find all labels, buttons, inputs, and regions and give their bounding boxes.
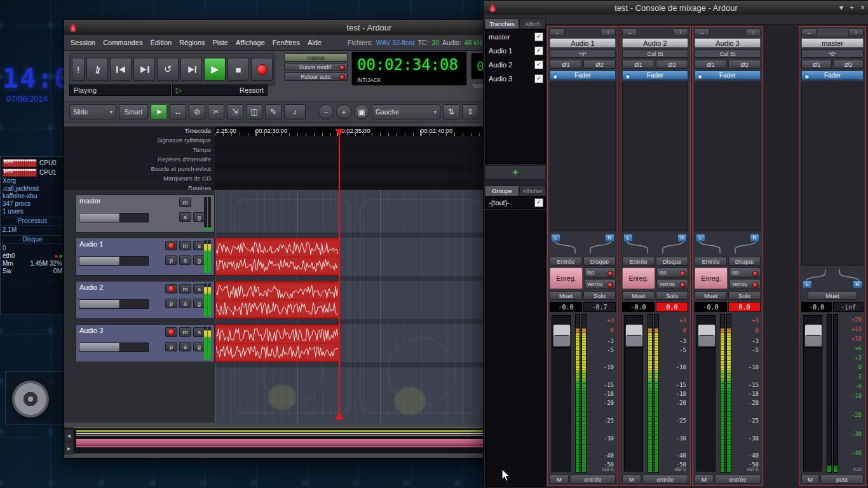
solo-isolate-button[interactable]: iso [584, 268, 616, 278]
group-checkbox[interactable]: ✓ [534, 198, 543, 207]
phase-1-button[interactable]: Ø1 [622, 60, 654, 69]
meter-point-button[interactable]: entrée [642, 475, 688, 484]
ruler-label[interactable]: Signature rythmique [64, 136, 215, 146]
gain-display[interactable]: -0.0 [695, 302, 727, 312]
tool-range-button[interactable]: ↔ [170, 104, 186, 119]
menu-item[interactable]: Session [69, 39, 97, 46]
strip-name-button[interactable]: Audio 3 [695, 38, 761, 48]
tool-cut-button[interactable]: ⊘ [189, 104, 205, 119]
follow-edits-button[interactable]: Suivre modif. [284, 63, 348, 71]
audio-region[interactable] [215, 238, 339, 276]
note-edit-button[interactable]: ♪ [284, 104, 306, 119]
goto-end-button[interactable] [133, 58, 155, 81]
mute-button[interactable]: Muet [808, 291, 857, 300]
summary-scroll-left-button[interactable]: ◂ [64, 429, 74, 442]
ruler-label[interactable]: Marqueurs de CD [64, 174, 215, 184]
fader-handle[interactable] [553, 324, 571, 347]
menu-item[interactable]: Commandes [102, 39, 144, 46]
strip-comment-button[interactable]: *6* [801, 50, 864, 58]
tab-groupe[interactable]: Groupe [485, 186, 519, 196]
play-button[interactable]: ▶ [204, 58, 226, 81]
phase-1-button[interactable]: Ø1 [801, 60, 832, 69]
peak-display[interactable]: 0.0 [656, 302, 688, 312]
shrink-tracks-button[interactable]: ⇕ [462, 104, 478, 119]
window-close-button[interactable]: × [860, 3, 865, 12]
processor-box[interactable] [695, 82, 761, 231]
solo-lock-button[interactable]: verrou [729, 279, 761, 289]
strip-width-button[interactable]: ↔ [695, 29, 710, 36]
strip-comment-button[interactable]: Caf St [622, 50, 688, 58]
strip-list-row[interactable]: master ✓ [485, 30, 545, 44]
sync-source-button[interactable]: Interne [284, 53, 348, 62]
solo-isolate-button[interactable]: iso [729, 268, 761, 278]
playhead[interactable] [339, 132, 340, 419]
snap-mode-combo[interactable]: Slide▾ [69, 104, 116, 119]
solo-isolate-button[interactable]: iso [656, 268, 688, 278]
track-header-master[interactable]: master m a g [76, 194, 215, 233]
playhead-bottom-marker[interactable] [335, 412, 344, 419]
strip-list-row[interactable]: Audio 3 ✓ [485, 72, 545, 86]
auto-return-button[interactable]: Retour auto [284, 72, 348, 81]
track-fader[interactable] [79, 256, 149, 266]
mute-button[interactable]: Muet [550, 291, 582, 300]
edit-point-combo[interactable]: Gauche▾ [372, 104, 440, 119]
visibility-checkbox[interactable]: ✓ [534, 60, 543, 69]
solo-button[interactable]: Solo [656, 291, 688, 300]
play-range-button[interactable] [180, 58, 202, 81]
play-loop-button[interactable]: ↺ [157, 58, 179, 81]
strip-name-button[interactable]: master [801, 38, 864, 48]
strip-list-row[interactable]: Audio 1 ✓ [485, 44, 545, 58]
mute-button[interactable]: m [179, 198, 191, 207]
track-header-audio-2[interactable]: Audio 2 m s p a g [76, 281, 215, 319]
mute-button[interactable]: Muet [695, 291, 727, 300]
menu-item[interactable]: Régions [178, 39, 206, 46]
strip-comment-button[interactable]: Caf St [695, 50, 761, 58]
error-log-button[interactable]: ! [72, 58, 85, 81]
ruler-label[interactable]: Repères d'intervalle [64, 155, 215, 165]
shuttle-mode-button[interactable]: Ressort [240, 86, 264, 94]
meter-point-button[interactable]: entrée [570, 475, 616, 484]
zoom-out-button[interactable]: − [318, 104, 334, 119]
ruler-label[interactable]: Timecode [64, 126, 215, 136]
track-fader[interactable] [79, 342, 149, 352]
processor-box[interactable] [622, 82, 688, 231]
strip-name-button[interactable]: Audio 2 [622, 38, 688, 48]
tab-affichage[interactable]: Affich [519, 18, 546, 29]
expand-tracks-button[interactable]: ⇅ [443, 104, 459, 119]
shuttle-control[interactable]: ▷ Ressort [172, 85, 268, 96]
processor-box[interactable] [550, 82, 616, 231]
strip-hide-button[interactable]: ↕ [848, 29, 864, 36]
track-fader[interactable] [79, 213, 149, 222]
strip-comment-button[interactable]: *4* [550, 50, 616, 58]
ruler-label[interactable]: Boucle et punch-in/out [64, 165, 215, 174]
cd-player-widget[interactable] [5, 371, 65, 424]
menu-item[interactable]: Affichage [234, 39, 266, 46]
strip-width-button[interactable]: ↔ [622, 29, 637, 36]
zoom-in-button[interactable]: + [336, 104, 351, 119]
track-name[interactable]: Audio 2 [79, 283, 103, 291]
window-maximize-button[interactable]: + [850, 3, 854, 12]
fader-handle[interactable] [625, 324, 643, 347]
metering-button[interactable]: M [801, 475, 819, 484]
menu-item[interactable]: Édition [149, 39, 173, 46]
track-header-audio-1[interactable]: Audio 1 m s p a g [76, 238, 215, 276]
gain-mode-button[interactable]: Fader [622, 71, 688, 80]
disk-button[interactable]: Disque [728, 257, 761, 266]
solo-lock-button[interactable]: verrou [656, 279, 688, 289]
ruler-label[interactable]: Tempo [64, 146, 215, 155]
record-arm-button[interactable] [165, 241, 177, 250]
disk-button[interactable]: Disque [583, 257, 616, 266]
track-name[interactable]: master [79, 197, 101, 205]
menu-item[interactable]: Aide [306, 39, 323, 46]
tool-edit-button[interactable]: ✂ [208, 104, 224, 119]
add-strip-button[interactable]: + [485, 165, 546, 179]
mute-button[interactable]: Muet [622, 291, 654, 300]
peak-display[interactable]: -inf [833, 302, 864, 312]
tab-tranches[interactable]: Tranches [485, 18, 519, 29]
processor-box[interactable] [801, 82, 864, 266]
summary-scroll-right-button[interactable]: ▸ [64, 442, 74, 454]
playlist-button[interactable]: p [165, 299, 177, 308]
gain-display[interactable]: -0.0 [550, 302, 582, 312]
record-enable-button[interactable]: Enreg. [695, 268, 728, 289]
track-fader[interactable] [79, 299, 149, 309]
